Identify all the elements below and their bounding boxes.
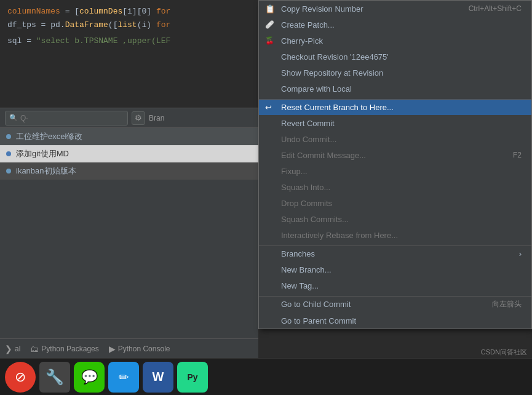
menu-item-label: Edit Commit Message...	[281, 151, 366, 160]
menu-item-label: Fixup...	[281, 167, 308, 176]
taskbar-item-pycharm[interactable]: Py	[177, 362, 208, 393]
bottom-bar: ❯ al 🗂 Python Packages ▶ Python Console	[0, 338, 258, 358]
menu-item-label: Drop Commits	[281, 199, 332, 208]
forbidden-icon: ⊘	[15, 369, 26, 385]
menu-item-label: Go to Child Commit	[281, 300, 351, 309]
git-panel: 🔍 Q· ⚙ Bran 工位维护excel修改 添加git使用MD ikanba…	[0, 108, 258, 341]
commit-message: 工位维护excel修改	[16, 131, 82, 142]
commit-message: 添加git使用MD	[16, 148, 69, 159]
menu-item-label: Revert Commit	[281, 119, 335, 128]
menu-item-new-branch[interactable]: New Branch...	[259, 261, 531, 277]
taskbar-item-forbidden[interactable]: ⊘	[5, 362, 36, 393]
taskbar: ⊘ 🔧 💬 ✏ W Py	[0, 358, 532, 395]
cherry-icon: 🍒	[265, 36, 274, 45]
menu-item-copy-revision[interactable]: 📋 Copy Revision Number Ctrl+Alt+Shift+C	[259, 1, 531, 17]
taskbar-item-word[interactable]: W	[143, 362, 173, 393]
menu-item-label: Branches	[281, 249, 315, 258]
menu-item-goto-parent[interactable]: Go to Parent Commit	[259, 313, 531, 329]
console-icon: ▶	[109, 344, 116, 354]
packages-icon: 🗂	[30, 344, 39, 354]
bottom-tab-python-console[interactable]: ▶ Python Console	[109, 344, 170, 354]
menu-item-branches[interactable]: Branches ›	[259, 245, 531, 261]
menu-item-label: Undo Commit...	[281, 135, 336, 144]
tab-label: Python Packages	[41, 345, 98, 353]
menu-item-reset-branch[interactable]: ↩ Reset Current Branch to Here...	[259, 99, 531, 115]
menu-item-label: Squash Into...	[281, 183, 330, 192]
shortcut-label: F2	[513, 151, 522, 159]
tab-icon: ❯	[5, 344, 12, 354]
menu-item-new-tag[interactable]: New Tag...	[259, 277, 531, 293]
submenu-arrow-icon: ›	[519, 249, 522, 258]
taskbar-item-wechat[interactable]: 💬	[74, 362, 105, 393]
menu-item-label: New Branch...	[281, 265, 332, 274]
shortcut-label: 向左箭头	[492, 299, 522, 309]
taskbar-item-notes[interactable]: ✏	[108, 362, 139, 393]
menu-item-label: Interactively Rebase from Here...	[281, 231, 398, 240]
commit-dot	[6, 134, 11, 139]
menu-item-cherry-pick[interactable]: 🍒 Cherry-Pick	[259, 33, 531, 49]
pycharm-icon: Py	[187, 372, 197, 382]
menu-item-label: Compare with Local	[281, 84, 352, 94]
commit-item[interactable]: 工位维护excel修改	[0, 128, 258, 145]
menu-item-label: Create Patch...	[281, 20, 335, 30]
commit-item[interactable]: 添加git使用MD	[0, 145, 258, 162]
code-line-3: sql = "select b.TPSNAME ,upper(LEF	[7, 34, 251, 48]
menu-item-checkout-revision[interactable]: Checkout Revision '12ee4675'	[259, 49, 531, 65]
git-toolbar: 🔍 Q· ⚙ Bran	[0, 108, 258, 128]
menu-item-drop-commits: Drop Commits	[259, 195, 531, 211]
word-icon: W	[153, 370, 164, 384]
notes-icon: ✏	[119, 370, 129, 385]
menu-item-label: Squash Commits...	[281, 215, 349, 224]
menu-item-goto-child[interactable]: Go to Child Commit 向左箭头	[259, 296, 531, 313]
gear-button[interactable]: ⚙	[132, 111, 145, 125]
menu-item-fixup: Fixup...	[259, 163, 531, 179]
patch-icon: 🩹	[265, 20, 274, 29]
menu-item-label: Cherry-Pick	[281, 36, 323, 46]
search-box[interactable]: 🔍 Q·	[5, 111, 128, 126]
code-editor: columnNames = [columnDes[i][0] for df_tp…	[0, 0, 258, 108]
branch-label: Bran	[149, 114, 164, 122]
search-placeholder: Q·	[20, 114, 28, 122]
menu-item-label: Checkout Revision '12ee4675'	[281, 52, 389, 62]
search-icon: 🔍	[9, 114, 18, 122]
menu-item-edit-message: Edit Commit Message... F2	[259, 147, 531, 163]
shortcut-label: Ctrl+Alt+Shift+C	[469, 4, 522, 13]
menu-item-interactive-rebase: Interactively Rebase from Here...	[259, 227, 531, 243]
menu-item-squash-commits: Squash Commits...	[259, 211, 531, 227]
taskbar-item-tools[interactable]: 🔧	[39, 362, 70, 393]
bottom-tab-python-packages[interactable]: 🗂 Python Packages	[30, 344, 98, 354]
menu-item-compare-local[interactable]: Compare with Local	[259, 81, 531, 97]
menu-item-label: New Tag...	[281, 281, 319, 290]
tools-icon: 🔧	[46, 369, 64, 386]
watermark: CSDN问答社区	[481, 348, 527, 357]
menu-item-show-repo[interactable]: Show Repository at Revision	[259, 65, 531, 81]
commit-message: ikanban初始版本	[16, 166, 76, 177]
code-line-1: columnNames = [columnDes[i][0] for	[7, 5, 251, 18]
menu-item-undo-commit: Undo Commit...	[259, 131, 531, 147]
tab-label: Python Console	[118, 345, 170, 353]
menu-item-squash-into: Squash Into...	[259, 179, 531, 195]
bottom-tab-al[interactable]: ❯ al	[5, 344, 20, 354]
menu-item-revert-commit[interactable]: Revert Commit	[259, 115, 531, 131]
wechat-icon: 💬	[81, 369, 98, 385]
menu-item-label: Copy Revision Number	[281, 4, 363, 14]
copy-icon: 📋	[265, 4, 275, 14]
menu-item-label: Reset Current Branch to Here...	[281, 103, 394, 112]
code-line-2: df_tps = pd.DataFrame([list(i) for	[7, 18, 251, 32]
context-menu: 📋 Copy Revision Number Ctrl+Alt+Shift+C …	[258, 0, 532, 329]
menu-item-create-patch[interactable]: 🩹 Create Patch...	[259, 17, 531, 33]
menu-item-label: Show Repository at Revision	[281, 68, 383, 78]
menu-item-label: Go to Parent Commit	[281, 316, 356, 325]
commit-list: 工位维护excel修改 添加git使用MD ikanban初始版本	[0, 128, 258, 180]
commit-dot	[6, 169, 11, 174]
tab-label: al	[15, 345, 20, 353]
commit-item[interactable]: ikanban初始版本	[0, 162, 258, 180]
reset-icon: ↩	[265, 103, 272, 112]
commit-dot	[6, 151, 11, 156]
